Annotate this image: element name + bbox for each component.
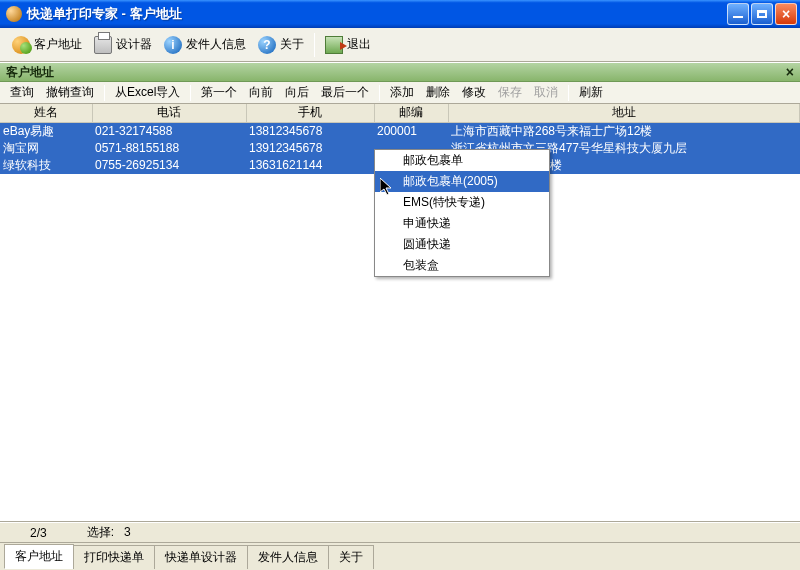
users-icon	[12, 36, 30, 54]
page-indicator: 2/3	[30, 526, 47, 540]
sub-toolbar: 查询 撤销查询 从Excel导入 第一个 向前 向后 最后一个 添加 删除 修改…	[0, 82, 800, 104]
window-title: 快递单打印专家 - 客户地址	[27, 5, 727, 23]
selection-count: 3	[124, 525, 131, 539]
separator	[104, 85, 105, 101]
context-menu-item[interactable]: 申通快递	[375, 213, 549, 234]
delete-button[interactable]: 删除	[420, 82, 456, 103]
col-zip[interactable]: 邮编	[374, 104, 448, 122]
context-menu-item[interactable]: 圆通快递	[375, 234, 549, 255]
cancel-button: 取消	[528, 82, 564, 103]
bottom-tabs: 客户地址打印快递单快递单设计器发件人信息关于	[0, 542, 800, 568]
sender-label: 发件人信息	[186, 36, 246, 53]
selection-indicator: 选择: 3	[87, 524, 131, 541]
panel-header: 客户地址 ×	[0, 62, 800, 82]
cell-address[interactable]: 上海市西藏中路268号来福士广场12楼	[448, 122, 800, 140]
cell-mobile[interactable]: 13631621144	[246, 157, 374, 174]
toolbar-separator	[314, 33, 315, 57]
about-button[interactable]: ? 关于	[252, 33, 310, 57]
cell-name[interactable]: eBay易趣	[0, 122, 92, 140]
cell-phone[interactable]: 0755-26925134	[92, 157, 246, 174]
separator	[568, 85, 569, 101]
customer-label: 客户地址	[34, 36, 82, 53]
printer-icon	[94, 36, 112, 54]
designer-button[interactable]: 设计器	[88, 33, 158, 57]
app-icon	[6, 6, 22, 22]
exit-icon	[325, 36, 343, 54]
tab-3[interactable]: 发件人信息	[247, 545, 329, 569]
cell-mobile[interactable]: 13912345678	[246, 140, 374, 157]
customer-address-button[interactable]: 客户地址	[6, 33, 88, 57]
table-row[interactable]: eBay易趣021-3217458813812345678200001上海市西藏…	[0, 122, 800, 140]
selection-label: 选择:	[87, 525, 114, 539]
cell-name[interactable]: 淘宝网	[0, 140, 92, 157]
cell-phone[interactable]: 0571-88155188	[92, 140, 246, 157]
cell-name[interactable]: 绿软科技	[0, 157, 92, 174]
exit-button[interactable]: 退出	[319, 33, 377, 57]
status-bar: 2/3 选择: 3	[0, 522, 800, 542]
help-icon: ?	[258, 36, 276, 54]
about-label: 关于	[280, 36, 304, 53]
cell-mobile[interactable]: 13812345678	[246, 122, 374, 140]
close-button[interactable]: ×	[775, 3, 797, 25]
prev-button[interactable]: 向前	[243, 82, 279, 103]
context-menu-item[interactable]: 邮政包裹单	[375, 150, 549, 171]
context-menu-item[interactable]: 邮政包裹单(2005)	[375, 171, 549, 192]
separator	[379, 85, 380, 101]
cell-zip[interactable]: 200001	[374, 122, 448, 140]
import-excel-button[interactable]: 从Excel导入	[109, 82, 186, 103]
window-controls: ×	[727, 3, 797, 25]
col-mobile[interactable]: 手机	[246, 104, 374, 122]
exit-label: 退出	[347, 36, 371, 53]
col-phone[interactable]: 电话	[92, 104, 246, 122]
query-button[interactable]: 查询	[4, 82, 40, 103]
main-toolbar: 客户地址 设计器 i 发件人信息 ? 关于 退出	[0, 28, 800, 62]
next-button[interactable]: 向后	[279, 82, 315, 103]
sender-info-button[interactable]: i 发件人信息	[158, 33, 252, 57]
separator	[190, 85, 191, 101]
info-icon: i	[164, 36, 182, 54]
tab-1[interactable]: 打印快递单	[73, 545, 155, 569]
table-header-row: 姓名 电话 手机 邮编 地址	[0, 104, 800, 122]
edit-button[interactable]: 修改	[456, 82, 492, 103]
first-button[interactable]: 第一个	[195, 82, 243, 103]
add-button[interactable]: 添加	[384, 82, 420, 103]
context-menu[interactable]: 邮政包裹单邮政包裹单(2005)EMS(特快专递)申通快递圆通快递包装盒	[374, 149, 550, 277]
cell-phone[interactable]: 021-32174588	[92, 122, 246, 140]
save-button: 保存	[492, 82, 528, 103]
col-address[interactable]: 地址	[448, 104, 800, 122]
panel-close-button[interactable]: ×	[786, 64, 794, 80]
tab-4[interactable]: 关于	[328, 545, 374, 569]
last-button[interactable]: 最后一个	[315, 82, 375, 103]
undo-query-button[interactable]: 撤销查询	[40, 82, 100, 103]
tab-2[interactable]: 快递单设计器	[154, 545, 248, 569]
col-name[interactable]: 姓名	[0, 104, 92, 122]
title-bar: 快递单打印专家 - 客户地址 ×	[0, 0, 800, 28]
context-menu-item[interactable]: 包装盒	[375, 255, 549, 276]
tab-0[interactable]: 客户地址	[4, 544, 74, 569]
designer-label: 设计器	[116, 36, 152, 53]
panel-title: 客户地址	[6, 64, 54, 81]
maximize-button[interactable]	[751, 3, 773, 25]
refresh-button[interactable]: 刷新	[573, 82, 609, 103]
minimize-button[interactable]	[727, 3, 749, 25]
context-menu-item[interactable]: EMS(特快专递)	[375, 192, 549, 213]
